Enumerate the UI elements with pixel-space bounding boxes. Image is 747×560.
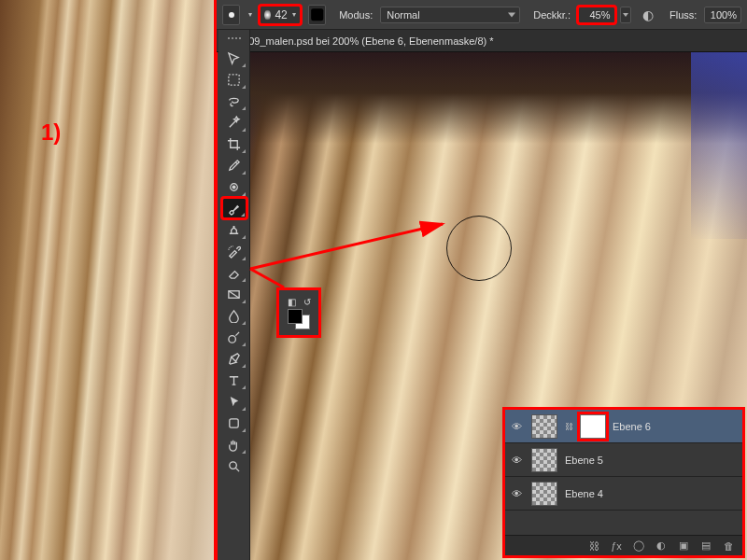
fx-icon[interactable]: ƒx [610,540,623,552]
pressure-opacity-icon[interactable]: ◐ [639,5,656,25]
visibility-toggle-icon[interactable]: 👁 [509,486,524,501]
svg-point-3 [233,186,235,189]
magic-wand-tool[interactable] [222,112,247,133]
history-brush-tool[interactable] [222,241,247,261]
swap-colors-icon[interactable]: ↺ [303,297,311,307]
opacity-label: Deckkr.: [533,9,571,21]
brush-preview-dot [264,9,271,21]
layer-thumbnail[interactable] [531,414,557,439]
layer-thumbnail[interactable] [531,482,557,506]
chevron-down-icon[interactable]: ▾ [292,10,296,19]
tool-preset-picker[interactable] [222,5,240,25]
document-tab-bar: × 05_09_malen.psd bei 200% (Ebene 6, Ebe… [217,30,747,52]
lasso-tool[interactable] [222,91,247,111]
opacity-value: 45% [589,9,610,21]
toggle-brush-panel-button[interactable] [308,5,326,25]
zoom-tool[interactable] [222,455,247,476]
layer-thumbnail[interactable] [531,448,557,472]
blend-mode-dropdown[interactable]: Normal [380,7,520,23]
adjustment-layer-icon[interactable]: ◐ [655,539,668,552]
brush-tool[interactable] [222,198,247,218]
blur-tool[interactable] [222,305,247,326]
move-tool[interactable] [222,48,247,68]
chevron-down-icon[interactable]: ▾ [248,10,252,19]
flow-input[interactable]: 100% [704,7,741,23]
layer-mask-thumbnail[interactable] [581,415,605,438]
trash-icon[interactable]: 🗑 [722,540,735,552]
fg-bg-swatches[interactable] [288,309,310,329]
add-mask-icon[interactable]: ◯ [632,539,645,552]
brush-cursor [446,216,512,281]
document-tab-title[interactable]: 05_09_malen.psd bei 200% (Ebene 6, Ebene… [232,35,494,47]
blend-mode-label: Modus: [339,9,373,21]
layer-name[interactable]: Ebene 6 [613,421,651,432]
dodge-tool[interactable] [222,327,247,347]
layers-panel: 👁 ⛓ Ebene 6 👁 Ebene 5 👁 Ebene 4 ⛓ ƒx ◯ ◐… [502,407,745,558]
panel-grip[interactable] [223,37,246,43]
flow-value: 100% [711,9,737,21]
svg-point-7 [230,461,237,469]
type-tool[interactable] [222,370,247,390]
crop-tool[interactable] [222,133,247,154]
layer-name[interactable]: Ebene 4 [565,488,603,499]
blend-mode-value: Normal [387,9,419,21]
layer-row[interactable]: 👁 Ebene 4 [505,477,742,511]
brush-size-value: 42 [275,8,287,21]
layer-row[interactable]: 👁 Ebene 5 [505,443,742,477]
opacity-stepper[interactable] [620,7,631,23]
shape-tool[interactable] [222,413,247,433]
annotation-divider [214,0,218,560]
eyedropper-tool[interactable] [222,155,247,175]
flow-label: Fluss: [669,9,697,21]
visibility-toggle-icon[interactable]: 👁 [509,453,524,468]
layer-row-partial [505,511,742,522]
path-select-tool[interactable] [222,391,247,412]
svg-rect-6 [230,418,238,427]
mask-link-icon[interactable]: ⛓ [565,422,573,431]
toolbox [218,30,250,560]
opacity-input[interactable]: 45% [578,7,615,23]
link-layers-icon[interactable]: ⛓ [587,540,600,552]
brush-size-picker[interactable]: 42 ▾ [260,6,300,24]
svg-rect-1 [229,74,239,84]
svg-point-5 [229,335,236,343]
layers-list: 👁 ⛓ Ebene 6 👁 Ebene 5 👁 Ebene 4 [505,410,742,535]
options-bar: ▾ 42 ▾ Modus: Normal Deckkr.: 45% ◐ Flus… [217,0,747,30]
secondary-image-panel [0,0,217,560]
new-layer-icon[interactable]: ▤ [699,539,712,552]
pen-tool[interactable] [222,348,247,369]
clone-stamp-tool[interactable] [222,219,247,240]
visibility-toggle-icon[interactable]: 👁 [509,419,524,434]
color-swatch-callout: ◧ ↺ [276,287,321,338]
layer-name[interactable]: Ebene 5 [565,455,603,466]
group-icon[interactable]: ▣ [677,539,690,552]
foreground-color-swatch[interactable] [288,309,303,324]
marquee-tool[interactable] [222,69,247,90]
eraser-tool[interactable] [222,262,247,283]
default-colors-icon[interactable]: ◧ [288,297,296,307]
hand-tool[interactable] [222,434,247,455]
spot-heal-tool[interactable] [222,176,247,197]
gradient-tool[interactable] [222,284,247,304]
layers-panel-footer: ⛓ ƒx ◯ ◐ ▣ ▤ 🗑 [505,535,742,555]
annotation-1: 1) [41,119,61,146]
layer-row[interactable]: 👁 ⛓ Ebene 6 [505,410,742,443]
